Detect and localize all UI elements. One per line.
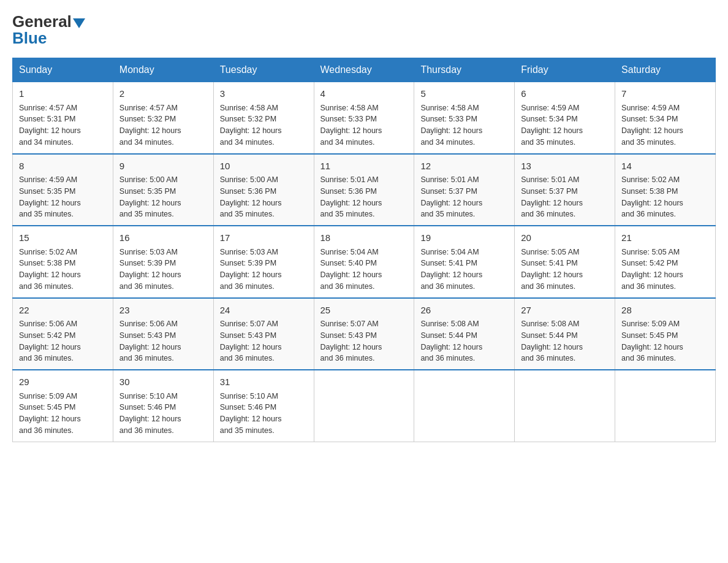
day-number: 6 (521, 87, 609, 101)
day-info: Sunrise: 5:06 AMSunset: 5:42 PMDaylight:… (19, 318, 107, 364)
calendar-cell: 2Sunrise: 4:57 AMSunset: 5:32 PMDaylight… (113, 82, 213, 154)
day-number: 10 (220, 159, 308, 174)
calendar-week-4: 22Sunrise: 5:06 AMSunset: 5:42 PMDayligh… (13, 298, 716, 370)
calendar-cell: 29Sunrise: 5:09 AMSunset: 5:45 PMDayligh… (13, 370, 113, 442)
day-number: 23 (119, 304, 207, 318)
day-info: Sunrise: 5:00 AMSunset: 5:36 PMDaylight:… (220, 174, 308, 220)
day-info: Sunrise: 4:57 AMSunset: 5:32 PMDaylight:… (119, 102, 207, 148)
calendar-cell: 31Sunrise: 5:10 AMSunset: 5:46 PMDayligh… (213, 370, 314, 442)
calendar-cell: 5Sunrise: 4:58 AMSunset: 5:33 PMDaylight… (414, 82, 515, 154)
calendar-cell: 11Sunrise: 5:01 AMSunset: 5:36 PMDayligh… (314, 154, 414, 226)
day-info: Sunrise: 5:05 AMSunset: 5:42 PMDaylight:… (621, 247, 709, 293)
calendar-cell: 16Sunrise: 5:03 AMSunset: 5:39 PMDayligh… (113, 226, 213, 298)
day-info: Sunrise: 4:59 AMSunset: 5:34 PMDaylight:… (521, 102, 609, 148)
day-number: 22 (19, 304, 107, 318)
day-info: Sunrise: 4:57 AMSunset: 5:31 PMDaylight:… (19, 102, 107, 148)
day-info: Sunrise: 5:08 AMSunset: 5:44 PMDaylight:… (521, 318, 609, 364)
calendar-cell: 30Sunrise: 5:10 AMSunset: 5:46 PMDayligh… (113, 370, 213, 442)
calendar-cell: 25Sunrise: 5:07 AMSunset: 5:43 PMDayligh… (314, 298, 414, 370)
day-info: Sunrise: 4:59 AMSunset: 5:35 PMDaylight:… (19, 174, 107, 220)
day-number: 15 (19, 231, 107, 245)
day-info: Sunrise: 5:08 AMSunset: 5:44 PMDaylight:… (420, 318, 508, 364)
calendar-cell: 18Sunrise: 5:04 AMSunset: 5:40 PMDayligh… (314, 226, 414, 298)
day-info: Sunrise: 5:06 AMSunset: 5:43 PMDaylight:… (119, 318, 207, 364)
calendar-cell: 27Sunrise: 5:08 AMSunset: 5:44 PMDayligh… (515, 298, 615, 370)
header-friday: Friday (515, 58, 615, 82)
calendar-cell: 7Sunrise: 4:59 AMSunset: 5:34 PMDaylight… (615, 82, 716, 154)
day-number: 3 (220, 87, 308, 101)
day-number: 13 (521, 159, 609, 174)
day-info: Sunrise: 5:03 AMSunset: 5:39 PMDaylight:… (119, 247, 207, 293)
day-number: 25 (320, 304, 408, 318)
header-tuesday: Tuesday (213, 58, 314, 82)
calendar-cell: 19Sunrise: 5:04 AMSunset: 5:41 PMDayligh… (414, 226, 515, 298)
calendar-week-5: 29Sunrise: 5:09 AMSunset: 5:45 PMDayligh… (13, 370, 716, 442)
day-number: 18 (320, 231, 408, 245)
calendar-cell: 28Sunrise: 5:09 AMSunset: 5:45 PMDayligh… (615, 298, 716, 370)
day-info: Sunrise: 5:05 AMSunset: 5:41 PMDaylight:… (521, 247, 609, 293)
day-number: 7 (621, 87, 709, 101)
day-number: 14 (621, 159, 709, 174)
header-saturday: Saturday (615, 58, 716, 82)
day-number: 2 (119, 87, 207, 101)
day-info: Sunrise: 4:58 AMSunset: 5:32 PMDaylight:… (220, 102, 308, 148)
day-number: 5 (420, 87, 508, 101)
calendar-cell: 9Sunrise: 5:00 AMSunset: 5:35 PMDaylight… (113, 154, 213, 226)
day-info: Sunrise: 5:10 AMSunset: 5:46 PMDaylight:… (119, 391, 207, 437)
day-info: Sunrise: 5:01 AMSunset: 5:36 PMDaylight:… (320, 174, 408, 220)
calendar-cell (515, 370, 615, 442)
calendar-week-3: 15Sunrise: 5:02 AMSunset: 5:38 PMDayligh… (13, 226, 716, 298)
day-number: 9 (119, 159, 207, 174)
calendar-cell: 3Sunrise: 4:58 AMSunset: 5:32 PMDaylight… (213, 82, 314, 154)
day-info: Sunrise: 5:00 AMSunset: 5:35 PMDaylight:… (119, 174, 207, 220)
calendar-week-2: 8Sunrise: 4:59 AMSunset: 5:35 PMDaylight… (13, 154, 716, 226)
day-info: Sunrise: 5:09 AMSunset: 5:45 PMDaylight:… (621, 318, 709, 364)
day-number: 19 (420, 231, 508, 245)
day-number: 29 (19, 375, 107, 389)
day-info: Sunrise: 5:07 AMSunset: 5:43 PMDaylight:… (220, 318, 308, 364)
day-number: 8 (19, 159, 107, 174)
logo-blue-text: Blue (12, 29, 47, 48)
calendar-cell: 20Sunrise: 5:05 AMSunset: 5:41 PMDayligh… (515, 226, 615, 298)
calendar-cell (615, 370, 716, 442)
day-info: Sunrise: 5:01 AMSunset: 5:37 PMDaylight:… (521, 174, 609, 220)
page-header: General Blue (12, 12, 716, 48)
day-number: 4 (320, 87, 408, 101)
day-number: 21 (621, 231, 709, 245)
day-number: 11 (320, 159, 408, 174)
calendar-cell: 26Sunrise: 5:08 AMSunset: 5:44 PMDayligh… (414, 298, 515, 370)
header-thursday: Thursday (414, 58, 515, 82)
day-info: Sunrise: 5:02 AMSunset: 5:38 PMDaylight:… (19, 247, 107, 293)
calendar-cell: 12Sunrise: 5:01 AMSunset: 5:37 PMDayligh… (414, 154, 515, 226)
calendar-cell: 1Sunrise: 4:57 AMSunset: 5:31 PMDaylight… (13, 82, 113, 154)
day-number: 27 (521, 304, 609, 318)
header-wednesday: Wednesday (314, 58, 414, 82)
calendar-week-1: 1Sunrise: 4:57 AMSunset: 5:31 PMDaylight… (13, 82, 716, 154)
calendar-cell: 21Sunrise: 5:05 AMSunset: 5:42 PMDayligh… (615, 226, 716, 298)
calendar-table: SundayMondayTuesdayWednesdayThursdayFrid… (12, 58, 716, 442)
calendar-cell: 22Sunrise: 5:06 AMSunset: 5:42 PMDayligh… (13, 298, 113, 370)
day-number: 30 (119, 375, 207, 389)
day-info: Sunrise: 5:02 AMSunset: 5:38 PMDaylight:… (621, 174, 709, 220)
day-number: 20 (521, 231, 609, 245)
calendar-cell: 24Sunrise: 5:07 AMSunset: 5:43 PMDayligh… (213, 298, 314, 370)
day-number: 24 (220, 304, 308, 318)
calendar-cell: 17Sunrise: 5:03 AMSunset: 5:39 PMDayligh… (213, 226, 314, 298)
day-info: Sunrise: 4:58 AMSunset: 5:33 PMDaylight:… (420, 102, 508, 148)
calendar-cell (414, 370, 515, 442)
day-info: Sunrise: 4:58 AMSunset: 5:33 PMDaylight:… (320, 102, 408, 148)
day-info: Sunrise: 4:59 AMSunset: 5:34 PMDaylight:… (621, 102, 709, 148)
calendar-cell: 8Sunrise: 4:59 AMSunset: 5:35 PMDaylight… (13, 154, 113, 226)
day-info: Sunrise: 5:04 AMSunset: 5:41 PMDaylight:… (420, 247, 508, 293)
day-info: Sunrise: 5:01 AMSunset: 5:37 PMDaylight:… (420, 174, 508, 220)
day-number: 12 (420, 159, 508, 174)
day-number: 28 (621, 304, 709, 318)
logo-triangle-icon (73, 18, 85, 28)
day-info: Sunrise: 5:10 AMSunset: 5:46 PMDaylight:… (220, 391, 308, 437)
calendar-cell (314, 370, 414, 442)
calendar-cell: 23Sunrise: 5:06 AMSunset: 5:43 PMDayligh… (113, 298, 213, 370)
day-number: 26 (420, 304, 508, 318)
calendar-cell: 6Sunrise: 4:59 AMSunset: 5:34 PMDaylight… (515, 82, 615, 154)
header-sunday: Sunday (13, 58, 113, 82)
calendar-cell: 4Sunrise: 4:58 AMSunset: 5:33 PMDaylight… (314, 82, 414, 154)
